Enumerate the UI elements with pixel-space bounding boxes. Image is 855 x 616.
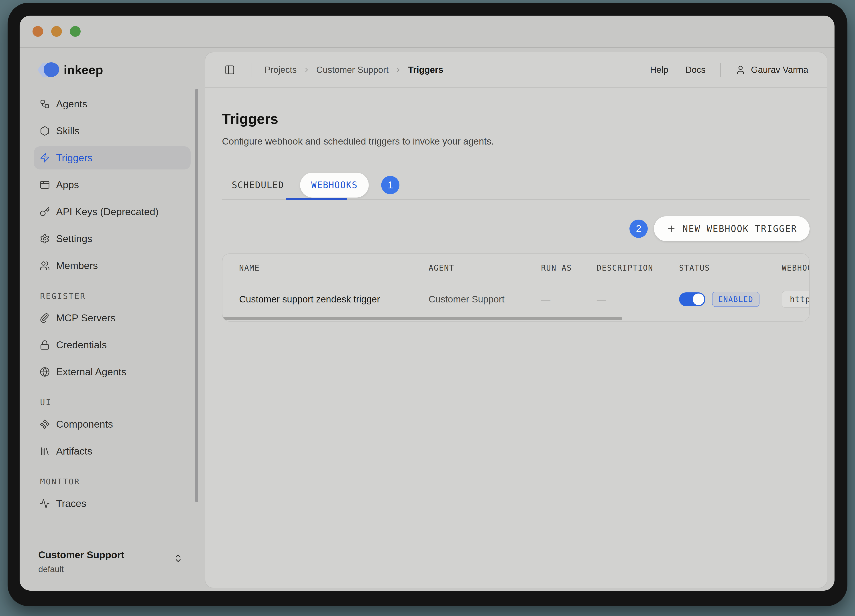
sidebar-item-label: Components xyxy=(56,418,113,430)
status-badge: ENABLED xyxy=(712,292,760,307)
sidebar-item-artifacts[interactable]: Artifacts xyxy=(34,440,191,463)
sidebar-item-settings[interactable]: Settings xyxy=(34,227,191,250)
breadcrumb: Projects Customer Support Triggers xyxy=(265,65,443,75)
window-controls xyxy=(32,26,81,37)
users-icon xyxy=(40,260,50,271)
key-icon xyxy=(40,207,50,217)
sidebar-item-members[interactable]: Members xyxy=(34,254,191,277)
breadcrumb-projects[interactable]: Projects xyxy=(265,65,297,75)
chevron-right-icon xyxy=(395,66,402,74)
sidebar-item-label: Settings xyxy=(56,233,92,245)
breadcrumb-triggers: Triggers xyxy=(408,65,443,75)
table-header-row: NAME AGENT RUN AS DESCRIPTION STATUS WEB… xyxy=(222,254,810,282)
sidebar-item-triggers[interactable]: Triggers xyxy=(34,146,191,170)
column-header-run-as: RUN AS xyxy=(541,264,597,272)
project-switcher[interactable]: Customer Support default xyxy=(38,549,184,574)
page-header: Projects Customer Support Triggers Help … xyxy=(205,52,827,88)
new-webhook-trigger-button[interactable]: NEW WEBHOOK TRIGGER xyxy=(654,216,810,241)
inkeep-logo[interactable]: inkeep xyxy=(37,62,103,78)
help-link[interactable]: Help xyxy=(650,65,668,75)
inkeep-logo-icon xyxy=(37,62,60,78)
sidebar-toggle-icon[interactable] xyxy=(224,64,235,75)
column-header-webhook: WEBHOO xyxy=(782,264,810,272)
trigger-webhook-cell: https xyxy=(782,291,810,308)
sidebar-section-ui: UI xyxy=(34,398,191,407)
sidebar-item-label: Members xyxy=(56,260,98,271)
status-toggle[interactable] xyxy=(679,293,705,306)
user-name: Gaurav Varma xyxy=(751,65,808,75)
tab-scheduled[interactable]: SCHEDULED xyxy=(222,180,294,190)
active-tab-underline xyxy=(286,198,347,200)
mcp-icon xyxy=(40,313,50,323)
project-switcher-name: Customer Support xyxy=(38,549,184,561)
webhooks-step-badge: 1 xyxy=(381,176,400,194)
sidebar-item-apps[interactable]: Apps xyxy=(34,173,191,196)
lock-icon xyxy=(40,340,50,350)
tabs: SCHEDULED WEBHOOKS 1 xyxy=(222,173,810,198)
activity-icon xyxy=(40,498,50,509)
sidebar-section-monitor: MONITOR xyxy=(34,477,191,486)
hexagon-icon xyxy=(40,126,50,136)
sidebar: inkeep Agents Skills Triggers Apps xyxy=(20,48,205,591)
trigger-run-as: — xyxy=(541,294,597,305)
docs-link[interactable]: Docs xyxy=(685,65,706,75)
sidebar-item-label: Skills xyxy=(56,125,80,137)
sidebar-nav: Agents Skills Triggers Apps API Keys (De… xyxy=(34,92,191,519)
column-header-status: STATUS xyxy=(679,264,782,272)
sidebar-item-label: Agents xyxy=(56,98,87,110)
sidebar-item-label: Credentials xyxy=(56,339,107,351)
table-row[interactable]: Customer support zendesk trigger Custome… xyxy=(222,282,810,316)
sidebar-item-agents[interactable]: Agents xyxy=(34,92,191,116)
globe-icon xyxy=(40,367,50,377)
plus-icon xyxy=(667,224,676,234)
sidebar-item-traces[interactable]: Traces xyxy=(34,492,191,515)
column-header-name: NAME xyxy=(239,264,429,272)
triggers-table: NAME AGENT RUN AS DESCRIPTION STATUS WEB… xyxy=(222,253,810,322)
trigger-status-cell: ENABLED xyxy=(679,292,782,307)
column-header-description: DESCRIPTION xyxy=(597,264,679,272)
window-titlebar xyxy=(20,15,835,48)
sidebar-item-api-keys[interactable]: API Keys (Deprecated) xyxy=(34,200,191,224)
sidebar-item-components[interactable]: Components xyxy=(34,413,191,436)
desktop-background: inkeep Agents Skills Triggers Apps xyxy=(0,0,855,616)
page-content: Triggers Configure webhook and scheduled… xyxy=(205,111,827,322)
page-title: Triggers xyxy=(222,111,810,127)
workflow-icon xyxy=(40,99,50,109)
user-icon xyxy=(735,65,746,75)
zoom-window-button[interactable] xyxy=(70,26,81,37)
sidebar-scrollbar[interactable] xyxy=(195,89,198,502)
tabs-separator xyxy=(222,199,810,200)
sidebar-item-mcp-servers[interactable]: MCP Servers xyxy=(34,306,191,329)
webhook-url-chip[interactable]: https xyxy=(782,291,810,308)
app-window: inkeep Agents Skills Triggers Apps xyxy=(20,15,835,591)
sidebar-item-skills[interactable]: Skills xyxy=(34,120,191,143)
gear-icon xyxy=(40,234,50,244)
zap-icon xyxy=(40,153,50,163)
breadcrumb-customer-support[interactable]: Customer Support xyxy=(316,65,389,75)
app-window-icon xyxy=(40,180,50,190)
sidebar-item-external-agents[interactable]: External Agents xyxy=(34,360,191,383)
sidebar-item-label: Artifacts xyxy=(56,445,92,457)
project-switcher-environment: default xyxy=(38,565,184,574)
close-window-button[interactable] xyxy=(32,26,43,37)
inkeep-logo-text: inkeep xyxy=(64,63,103,77)
user-menu[interactable]: Gaurav Varma xyxy=(735,65,808,75)
column-header-agent: AGENT xyxy=(429,264,541,272)
sidebar-item-label: MCP Servers xyxy=(56,312,116,324)
minimize-window-button[interactable] xyxy=(51,26,62,37)
chevron-right-icon xyxy=(303,66,310,74)
chevrons-up-down-icon xyxy=(173,553,183,563)
table-toolbar: 2 NEW WEBHOOK TRIGGER xyxy=(222,216,810,241)
sidebar-item-credentials[interactable]: Credentials xyxy=(34,333,191,357)
header-links: Help Docs xyxy=(650,65,705,75)
table-horizontal-scrollbar[interactable] xyxy=(222,316,809,321)
sidebar-item-label: Triggers xyxy=(56,152,92,164)
header-divider xyxy=(251,63,252,77)
trigger-name[interactable]: Customer support zendesk trigger xyxy=(239,294,429,305)
component-icon xyxy=(40,419,50,429)
trigger-agent: Customer Support xyxy=(429,294,541,305)
scrollbar-thumb[interactable] xyxy=(222,317,622,320)
tab-webhooks[interactable]: WEBHOOKS xyxy=(300,173,369,198)
sidebar-item-label: API Keys (Deprecated) xyxy=(56,206,159,218)
trigger-description: — xyxy=(597,294,679,305)
